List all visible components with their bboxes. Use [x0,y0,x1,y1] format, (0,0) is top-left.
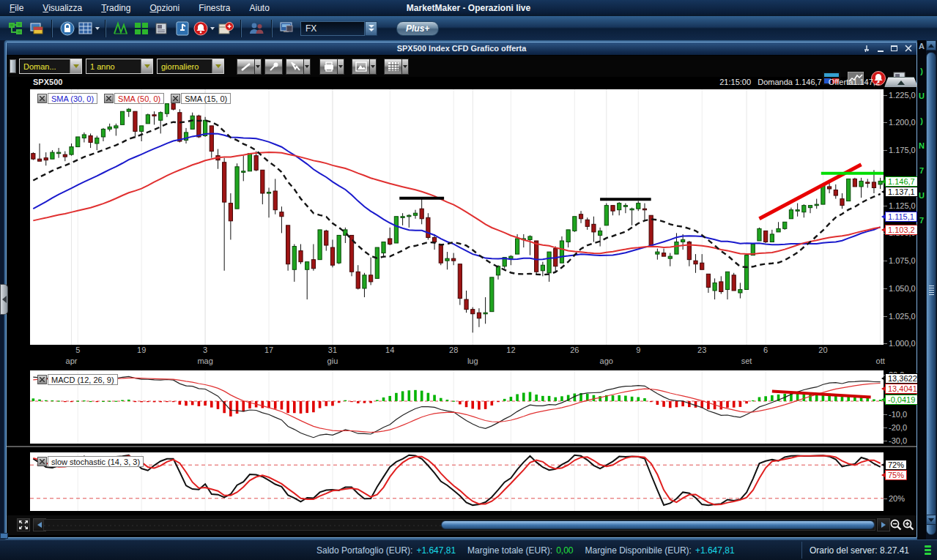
stochastic-axis[interactable]: 80%20%72%75% [884,452,918,511]
market-selector-value: FX [305,23,316,34]
month-tick-label: giu [327,356,338,365]
chevron-down-icon [144,64,150,68]
table-view-button[interactable] [78,19,100,38]
menu-trading[interactable]: Trading [92,1,140,15]
combo-dropdown-button[interactable] [141,59,152,73]
arrow-right-icon [881,522,886,528]
scroll-up-button[interactable] [926,40,936,51]
market-selector[interactable]: FX [300,21,365,36]
clipped-text: ) [920,67,923,75]
axis-tick: 1.075,0 [889,256,916,265]
macd-axis[interactable]: 20,0-10,0-20,0-30,013,362213,4041-0,0419 [884,370,918,444]
price-chart-panel[interactable]: SMA (30, 0) SMA (50, 0) SMA (15, 0) [30,89,884,345]
bid-value: 1.146,7 [795,78,822,86]
monitor-icon [278,19,297,38]
legend-sma50: SMA (50, 0) [104,93,164,104]
menu-opzioni[interactable]: Opzioni [140,1,189,15]
price-type-combobox[interactable]: Doman... [19,59,82,74]
close-icon[interactable] [104,94,114,103]
collapse-sidebar-handle[interactable] [0,284,8,315]
plus-button[interactable]: Plus+ [396,21,439,36]
chart-toolbar: Doman... 1 anno giornaliero [7,56,916,77]
legend-sma15-label: SMA (15, 0) [181,93,231,104]
cursor-tool-dropdown[interactable] [304,59,311,75]
stoch-k-value: 72% [885,460,907,470]
interval-combobox[interactable]: giornaliero [157,59,224,74]
layout-tree-button[interactable] [7,19,26,38]
clipped-text: 7 [919,166,924,175]
menu-finestra[interactable]: Finestra [189,1,240,15]
minimize-button[interactable] [875,43,886,53]
calendar-events-button[interactable] [216,19,235,38]
line-tool-button[interactable] [237,59,255,75]
interval-value: giornaliero [158,62,202,71]
panel-divider[interactable] [7,446,916,447]
menu-file[interactable]: File [0,1,33,15]
price-axis[interactable]: 1.225,01.200,01.175,01.125,01.100,01.075… [884,89,918,345]
research-button[interactable] [173,19,192,38]
pin-window-button[interactable] [861,43,872,53]
server-time-group: Orario del server: 8.27.41 [801,542,916,559]
lock-button[interactable] [58,19,77,38]
line-tool-dropdown[interactable] [255,59,262,75]
chart-window-titlebar[interactable]: SPX500 Index CFD Grafico offerta [7,42,916,55]
alarm-bell-button[interactable] [193,19,215,38]
range-combobox[interactable]: 1 anno [86,59,153,74]
stochastic-canvas[interactable] [30,452,884,511]
cursor-tool-button[interactable] [286,59,304,75]
stoch-legend: slow stochastic (14, 3, 3) [37,456,144,467]
toolbar-separator [271,20,273,37]
close-icon[interactable] [37,375,47,384]
scroll-right-button[interactable] [877,518,890,531]
corner-tab [0,533,8,539]
pin-tool-button[interactable] [264,59,283,75]
server-time-value: 8.27.41 [880,545,909,556]
contacts-button[interactable] [247,19,266,38]
close-button[interactable] [903,43,914,53]
price-chart-canvas[interactable] [30,89,884,345]
print-button[interactable] [319,59,338,75]
export-image-dropdown[interactable] [370,59,377,75]
windows-layout-button[interactable] [27,19,46,38]
scrollbar-track[interactable] [43,519,875,531]
chevron-down-icon [305,65,309,68]
macd-canvas[interactable] [30,370,884,444]
fit-chart-button[interactable] [17,518,30,531]
chart-window: SPX500 Index CFD Grafico offerta Doman..… [6,42,917,538]
news-button[interactable] [152,19,171,38]
quad-view-button[interactable] [132,19,151,38]
axis-tick: 1.225,0 [889,91,916,100]
menu-visualizza[interactable]: Visualizza [33,1,92,15]
grid-settings-dropdown[interactable] [402,59,409,75]
combo-dropdown-button[interactable] [212,59,223,73]
legend-macd: MACD (12, 26, 9) [37,374,118,385]
menu-aiuto[interactable]: Aiuto [240,1,279,15]
toolbar-grip[interactable] [10,59,16,73]
ask-value: 1.147,2 [853,78,880,86]
close-icon[interactable] [37,457,47,466]
margin-total-group: Margine totale (EUR): 0,00 [467,545,573,556]
print-dropdown[interactable] [338,59,344,75]
bid-label: Domanda [758,78,793,86]
scrollbar-thumb[interactable] [441,520,875,529]
chevron-down-icon [368,29,374,31]
hist-value: -0,0419 [885,395,918,405]
stochastic-panel[interactable]: slow stochastic (14, 3, 3) [30,452,884,511]
grid-settings-button[interactable] [384,59,402,75]
market-selector-expand-button[interactable] [365,21,377,36]
close-icon[interactable] [37,94,47,103]
macd-panel[interactable]: MACD (12, 26, 9) [30,370,884,444]
maximize-button[interactable] [889,43,900,53]
zoom-in-button[interactable] [902,518,915,531]
menu-items: FileVisualizzaTradingOpzioniFinestraAiut… [0,1,279,15]
balance-label: Saldo Portafoglio (EUR): [316,545,412,556]
close-icon[interactable] [171,94,180,103]
combo-dropdown-button[interactable] [70,59,81,73]
export-image-button[interactable] [352,59,370,75]
chevron-down-icon [256,65,260,68]
scroll-down-button[interactable] [926,515,936,525]
stoch-d-value: 75% [885,470,907,480]
alerts-chart-button[interactable] [111,19,130,38]
zoom-out-button[interactable] [889,518,903,531]
vertical-scrollbar[interactable] [926,52,936,535]
